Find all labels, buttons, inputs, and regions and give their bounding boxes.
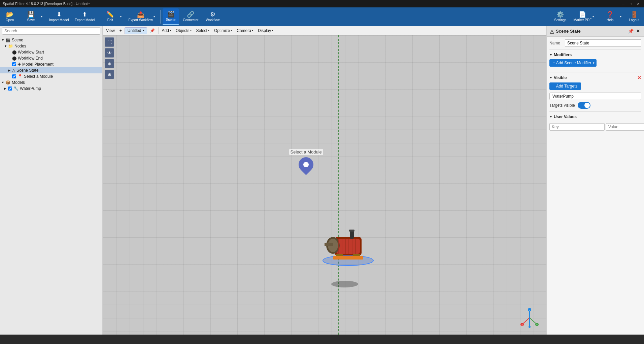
settings-button[interactable]: ⚙️ Settings [551, 8, 570, 25]
export-workflow-arrow[interactable]: ▾ [153, 10, 156, 24]
model-placement-checkbox[interactable] [12, 62, 16, 66]
tree-scene-state[interactable]: ▶ △ Scene State [0, 67, 102, 73]
open-button[interactable]: 📂 Open [1, 8, 18, 25]
vertical-guide-line [338, 35, 339, 335]
display-button[interactable]: Display ▾ [256, 28, 275, 34]
water-pump-checkbox[interactable] [8, 87, 12, 91]
workflow-tab[interactable]: ⚙ Workflow [202, 8, 223, 25]
svg-line-23 [523, 318, 530, 324]
select-module-checkbox[interactable] [12, 74, 16, 78]
help-arrow[interactable]: ▾ [619, 10, 622, 24]
import-model-button[interactable]: ⬇ Import Model [46, 8, 71, 25]
viewport[interactable]: ⛶ 👁 ⊕ ⊕ Select a Module [103, 35, 546, 335]
tree-workflow-end[interactable]: ⬤ Workflow End [0, 55, 102, 61]
add-scene-modifier-button[interactable]: + Add Scene Modifier ▾ [549, 59, 597, 67]
help-icon: ❓ [606, 11, 614, 18]
open-icon: 📂 [6, 11, 13, 18]
optimize-button[interactable]: Optimize ▾ [212, 28, 234, 34]
titlebar: Spatial Editor 4.18.0.213 [Developer Bui… [0, 0, 644, 7]
marker-pdf-button[interactable]: 📄 Marker PDF ▾ [570, 8, 597, 25]
minimize-button[interactable]: ─ [620, 1, 626, 7]
pivot-button[interactable]: ⊕ [105, 59, 114, 68]
tree-scene[interactable]: ▼ 🎬 Scene [0, 37, 102, 43]
export-model-button[interactable]: ⬆ Export Model [72, 8, 97, 25]
water-pump-icon: 🔧 [13, 86, 19, 91]
viewport-left-buttons: ⛶ 👁 ⊕ ⊕ [105, 37, 114, 79]
wf-end-arrow-icon [8, 57, 12, 60]
key-input[interactable] [549, 123, 605, 131]
panel-pin-button[interactable]: 📌 [628, 28, 634, 34]
add-button[interactable]: Add ▾ [160, 28, 173, 34]
wf-end-icon: ⬤ [12, 56, 16, 61]
pin-button[interactable]: 📌 [148, 28, 157, 34]
export-workflow-icon: 📤 [137, 11, 144, 18]
svg-line-20 [530, 318, 536, 324]
edit-button[interactable]: ✏️ Edit ▾ [98, 8, 125, 25]
divider-2 [549, 72, 641, 72]
help-button[interactable]: ❓ Help ▾ [598, 8, 625, 25]
scene-tab[interactable]: 🎬 Scene [163, 8, 179, 25]
edit-icon: ✏️ [106, 11, 114, 18]
value-input[interactable] [606, 123, 644, 131]
export-workflow-button[interactable]: 📤 Export Workflow ▾ [126, 8, 158, 25]
tree-water-pump[interactable]: ▶ 🔧 WaterPump [0, 85, 102, 92]
scene-state-icon: △ [12, 68, 15, 73]
pin-icon: 📌 [150, 28, 155, 33]
view-button[interactable]: View [104, 28, 117, 34]
close-button[interactable]: ✕ [635, 1, 641, 7]
camera-button[interactable]: Camera ▾ [235, 28, 255, 34]
scene-icon: 🎬 [167, 11, 174, 17]
untitled-tab[interactable]: Untitled ▾ [125, 27, 147, 34]
modifiers-section-header[interactable]: ▼ Modifiers [549, 53, 641, 57]
svg-text:Y: Y [536, 324, 538, 326]
add-view-button[interactable]: + [117, 28, 124, 34]
add-targets-button[interactable]: + Add Targets [549, 82, 581, 90]
targets-visible-row: Targets visible [549, 102, 641, 109]
svg-rect-2 [336, 239, 360, 254]
marker-pdf-arrow[interactable]: ▾ [592, 10, 595, 24]
svg-rect-15 [353, 254, 360, 256]
visible-label: Visible [554, 75, 567, 80]
main-layout: ▼ 🎬 Scene ▼ 📁 Nodes ⬤ Workflow Start ⬤ W… [0, 26, 644, 335]
user-values-section-header[interactable]: ▼ User Values [549, 114, 641, 119]
3d-model [314, 220, 382, 274]
modifiers-arrow-icon: ▼ [549, 53, 552, 57]
select-module-marker[interactable]: Select a Module [289, 149, 323, 173]
targets-visible-toggle[interactable] [578, 102, 590, 109]
scene-state-arrow-icon: ▶ [8, 69, 12, 72]
visible-section-header[interactable]: ▼ Visible ✕ [549, 75, 641, 80]
wf-start-arrow-icon [8, 50, 12, 54]
edit-arrow[interactable]: ▾ [120, 10, 122, 24]
nodes-arrow-icon: ▼ [4, 44, 8, 48]
model-shadow [331, 281, 358, 287]
tree-model-placement[interactable]: ✚ Model Placement [0, 61, 102, 67]
search-input[interactable] [2, 27, 100, 35]
tree-models[interactable]: ▼ 📦 Models [0, 79, 102, 85]
select-button[interactable]: Select ▾ [194, 28, 211, 34]
name-input[interactable] [565, 39, 641, 47]
save-button[interactable]: 💾 Save ▾ [19, 8, 46, 25]
marker-pdf-icon: 📄 [579, 11, 586, 18]
fullscreen-button[interactable]: ⛶ [105, 37, 114, 47]
camera-view-button[interactable]: 👁 [105, 48, 114, 58]
right-panel-content: Name ▼ Modifiers + Add Scene Modifier ▾ … [547, 37, 644, 335]
viewport-wrap: View + Untitled ▾ 📌 Add ▾ Objects ▾ [103, 26, 546, 335]
connector-tab[interactable]: 🔗 Connector [179, 8, 202, 25]
tree-workflow-start[interactable]: ⬤ Workflow Start [0, 49, 102, 55]
kv-row: + Add [549, 121, 641, 133]
add-arrow-icon: ▾ [170, 29, 171, 32]
visible-remove-button[interactable]: ✕ [637, 75, 641, 80]
view-toolbar: View + Untitled ▾ 📌 Add ▾ Objects ▾ [103, 26, 546, 35]
objects-button[interactable]: Objects ▾ [174, 28, 194, 34]
scene-tree: ▼ 🎬 Scene ▼ 📁 Nodes ⬤ Workflow Start ⬤ W… [0, 36, 102, 335]
svg-text:Z: Z [529, 309, 530, 311]
maximize-button[interactable]: □ [628, 1, 634, 7]
import-icon: ⬇ [57, 11, 62, 18]
zoom-button[interactable]: ⊕ [105, 70, 114, 79]
tree-select-module[interactable]: 📍 Select a Module [0, 73, 102, 79]
optimize-arrow-icon: ▾ [231, 29, 232, 32]
save-arrow[interactable]: ▾ [40, 10, 43, 24]
tree-nodes[interactable]: ▼ 📁 Nodes [0, 43, 102, 49]
panel-close-button[interactable]: ✕ [636, 28, 641, 34]
logout-button[interactable]: 🚪 Logout [625, 8, 643, 25]
